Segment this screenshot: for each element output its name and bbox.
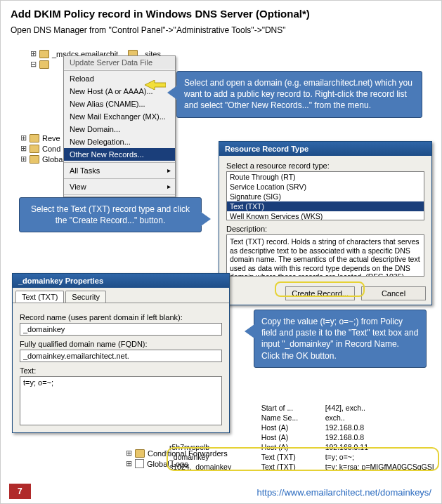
rec-name[interactable] [169, 433, 260, 442]
ctx-all-tasks[interactable]: All Tasks [64, 164, 175, 177]
ctx-new-alias[interactable]: New Alias (CNAME)... [64, 98, 175, 110]
ctx-header: Update Server Data File [64, 56, 175, 69]
create-record-button[interactable]: Create Record... [285, 286, 355, 300]
rec-type: Start of ... [261, 404, 324, 412]
tree-toggle-icon[interactable]: ⊞ [20, 133, 27, 142]
rec-type: Text (TXT) [261, 463, 324, 471]
rec-data: 192.168.0.8 [325, 433, 436, 442]
ctx-new-domain[interactable]: New Domain... [64, 123, 175, 135]
opt-wks[interactable]: Well Known Services (WKS) [227, 211, 424, 220]
rec-data: t=y; o=~; [325, 453, 436, 461]
folder-icon [30, 155, 39, 164]
ctx-new-mx[interactable]: New Mail Exchanger (MX)... [64, 110, 175, 123]
rec-data: 192.168.0.11 [325, 443, 436, 451]
svg-marker-1 [145, 80, 166, 90]
intro-text: Open DNS Manager from "Control Panel"->"… [11, 25, 431, 35]
rec-name[interactable]: r5h7nvspelb [169, 443, 260, 451]
tree-toggle-icon[interactable]: ⊞ [20, 144, 27, 153]
text-input[interactable] [20, 376, 222, 425]
page-number: 7 [9, 484, 31, 499]
rec-type: Name Se... [261, 413, 324, 422]
cancel-button[interactable]: Cancel [361, 286, 426, 300]
folder-icon [135, 449, 145, 458]
ctx-other-new-records[interactable]: Other New Records... [64, 148, 175, 161]
folder-icon [30, 134, 39, 142]
folder-icon [39, 50, 49, 58]
record-type-listbox[interactable]: Route Through (RT) Service Location (SRV… [226, 171, 424, 220]
page-title: Add DKIM Policy record in Windows DNS Se… [11, 8, 431, 20]
rec-type: Host (A) [261, 423, 324, 432]
tree-toggle-icon[interactable]: ⊞ [126, 449, 132, 458]
tree-toggle-icon[interactable]: ⊞ [30, 49, 37, 58]
rec-type: Host (A) [261, 443, 324, 451]
text-label: Text: [20, 366, 222, 375]
tree-node[interactable]: Globa [42, 155, 63, 164]
dialog-title: Resource Record Type [219, 142, 431, 156]
opt-srv[interactable]: Service Location (SRV) [227, 182, 424, 192]
folder-icon [30, 145, 39, 153]
yellow-arrow-icon [145, 80, 166, 90]
opt-rt[interactable]: Route Through (RT) [227, 172, 424, 182]
rec-data: 192.168.0.8 [325, 423, 436, 432]
callout-select-txt: Select the Text (TXT) record type and cl… [19, 197, 202, 232]
description-box: Text (TXT) record. Holds a string of cha… [226, 234, 424, 277]
opt-sig[interactable]: Signature (SIG) [227, 192, 424, 201]
footer: 7 https://www.emailarchitect.net/domaink… [1, 481, 441, 503]
rec-data: exch.. [325, 413, 436, 422]
tree-toggle-icon[interactable]: ⊟ [30, 60, 37, 69]
tree-toggle-icon[interactable]: ⊞ [126, 459, 132, 468]
tree-node[interactable]: Cond [42, 145, 60, 153]
footer-url[interactable]: https://www.emailarchitect.net/domainkey… [256, 487, 431, 498]
log-icon [135, 459, 144, 468]
fqdn-label: Fully qualified domain name (FQDN): [20, 340, 222, 348]
callout-copy-value: Copy the value (t=y; o=~;) from Policy f… [254, 310, 427, 368]
fqdn-input[interactable] [20, 350, 222, 362]
ctx-new-delegation[interactable]: New Delegation... [64, 135, 175, 148]
callout-open-domain: Select and open a domain (e.g. emailarch… [176, 71, 422, 118]
rec-data: t=y; k=rsa; p=MIGfMA0GCSqGSI [325, 463, 436, 471]
select-type-label: Select a resource record type: [226, 161, 424, 170]
tree-node[interactable]: Reve [42, 134, 60, 142]
description-label: Description: [226, 225, 424, 233]
tree-toggle-icon[interactable]: ⊞ [20, 154, 27, 164]
opt-txt[interactable]: Text (TXT) [227, 201, 424, 211]
tab-text-txt[interactable]: Text (TXT) [15, 291, 64, 303]
ctx-view[interactable]: View [64, 180, 175, 193]
resource-record-dialog: Resource Record Type Select a resource r… [219, 141, 432, 305]
prop-dialog-title: _domainkey Properties [13, 274, 229, 288]
rec-data: [442], exch.. [325, 404, 436, 412]
dns-tree: ⊞ _msdcs.emailarchit _sites ⊟ ⊞ Reve ⊞ C… [11, 48, 165, 164]
rec-name[interactable]: s1024._domainkey [169, 463, 260, 471]
folder-icon [39, 60, 49, 69]
record-name-label: Record name (uses parent domain if left … [20, 313, 222, 321]
record-name-input[interactable] [20, 323, 222, 336]
tab-security[interactable]: Security [65, 291, 106, 303]
rec-type: Host (A) [261, 433, 324, 442]
rec-name[interactable]: _domainkey [169, 453, 260, 461]
domainkey-properties-dialog: _domainkey Properties Text (TXT) Securit… [12, 273, 230, 433]
rec-type: Text (TXT) [261, 453, 324, 461]
context-menu: Update Server Data File Reload New Host … [63, 55, 176, 197]
